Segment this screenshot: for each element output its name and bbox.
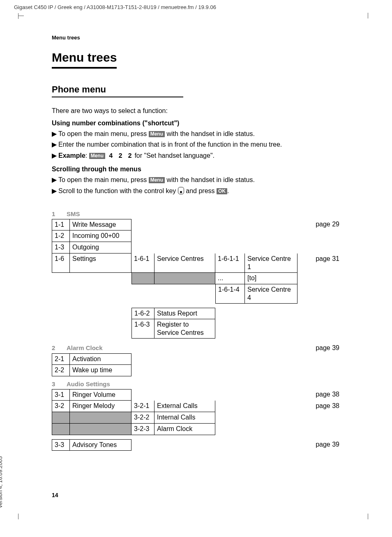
item-code: 1-2 [52,230,70,242]
item-code: 3-3 [52,439,70,451]
item-name: Activation [70,353,131,365]
tree-section-body: 1-6-2 Status Report 1-6-3 Register to Se… [52,308,339,339]
item-name: Wake up time [70,365,131,376]
item-name: Service Centre 1 [245,254,297,273]
version-sidebar: Version 4, 16.09.2005 [0,456,3,509]
item-code: 1-6-1-1 [215,254,245,273]
doc-header-line: Gigaset C450 IP / Greek eng / A31008-M17… [14,4,216,10]
tree-section-header: 3 Audio Settings [52,380,339,387]
bullet-list-scrolling: ▶ To open the main menu, press Menu with… [52,175,339,196]
bullet-text: for "Set handset language". [133,152,214,159]
bullet-text: with the handset in idle status. [165,130,255,137]
item-name: Outgoing [70,242,131,254]
bullet-text: To open the main menu, press [58,176,149,183]
triangle-icon: ▶ [52,130,58,138]
triangle-icon: ▶ [52,141,58,148]
item-name: Service Centres [154,254,215,273]
item-code: 1-1 [52,219,70,230]
page-ref: page 31 [312,254,339,273]
item-name: Register to Service Centres [154,319,215,339]
intro-text: There are two ways to select a function: [52,107,339,115]
triangle-icon: ▶ [52,152,58,159]
bullet-item: ▶ Enter the number combination that is i… [52,140,339,149]
tree-section-header: 1 SMS [52,210,339,217]
item-name: Internal Calls [154,412,215,424]
grey-cell [70,424,131,435]
shortcut-code: 4 2 2 [109,152,133,160]
item-name: Ringer Melody [70,401,131,412]
grey-cell [131,273,154,284]
grey-cell [70,412,131,424]
item-code: 2-1 [52,353,70,365]
item-code: 3-1 [52,389,70,401]
bullet-item: ▶ Scroll to the function with the contro… [52,187,339,196]
item-code: 3-2-2 [131,412,154,424]
page-number: 14 [52,492,58,498]
item-code: 1-6 [52,254,70,273]
crop-mark [362,16,368,21]
item-name: External Calls [154,401,215,412]
bullet-text: with the handset in idle status. [165,176,255,183]
menu-key-icon: Menu [149,177,165,183]
control-key-icon [178,187,184,194]
section-number: 2 [52,344,67,351]
item-name: [to] [245,273,297,284]
page-ref: page 39 [312,439,339,451]
item-code: 1-6-1 [131,254,154,273]
grey-cell [52,424,70,435]
item-code: 1-6-3 [131,319,154,339]
menu-key-icon: Menu [89,153,105,159]
bullet-text: and press [184,187,217,194]
item-name: Advisory Tones [70,439,131,451]
item-name: Write Message [70,219,131,230]
item-code: 3-2-1 [131,401,154,412]
item-name: Ringer Volume [70,389,131,401]
crop-mark [18,16,24,22]
triangle-icon: ▶ [52,176,58,184]
bullet-text: Scroll to the function with the control … [58,187,178,194]
item-code: 3-2-3 [131,424,154,435]
section-title: Audio Settings [67,380,339,387]
section-number: 1 [52,210,67,217]
menu-key-icon: Menu [149,131,165,137]
item-name: Settings [70,254,131,273]
ok-key-icon: OK [217,188,227,194]
bullet-text: . [227,187,229,194]
bullet-item: ▶ To open the main menu, press Menu with… [52,175,339,184]
section-title: SMS [67,210,339,217]
page-title: Menu trees [52,51,117,69]
bullet-text: To open the main menu, press [58,130,149,137]
section-title: Alarm Clock [67,344,316,351]
page-ref: page 39 [316,344,339,352]
bullet-item: ▶ To open the main menu, press Menu with… [52,129,339,138]
triangle-icon: ▶ [52,187,58,195]
grey-cell [52,412,70,424]
item-code: ... [215,273,245,284]
item-name: Service Centre 4 [245,284,297,304]
page-ref: page 38 [312,389,339,401]
running-head: Menu trees [52,35,339,41]
item-name: Incoming 00+00 [70,230,131,242]
crop-mark [18,516,24,522]
section-number: 3 [52,380,67,387]
tree-section-body: 3-1 Ringer Volume page 38 3-2 Ringer Mel… [52,389,339,435]
grey-cell [154,273,215,284]
bullet-text: Enter the number combination that is in … [58,140,339,149]
tree-section-body: 2-1 Activation 2-2 Wake up time [52,353,339,376]
item-name: Status Report [154,308,215,319]
example-label: Example [58,152,85,159]
subhead-scrolling: Scrolling through the menus [52,166,339,173]
item-code: 1-6-2 [131,308,154,319]
subhead-shortcut: Using number combinations ("shortcut") [52,120,339,127]
menu-tree: 1 SMS 1-1 Write Message page 29 1-2 Inco… [52,210,339,451]
tree-section-body: 3-3 Advisory Tones page 39 [52,439,339,451]
bullet-item: ▶ Example: Menu 4 2 2 for "Set handset l… [52,151,339,161]
item-code: 1-6-1-4 [215,284,245,304]
section-subtitle: Phone menu [52,84,183,97]
page-ref: page 38 [312,401,339,412]
bullet-list-shortcut: ▶ To open the main menu, press Menu with… [52,129,339,161]
item-name: Alarm Clock [154,424,215,435]
crop-mark [362,516,368,522]
tree-section-body: 1-1 Write Message page 29 1-2 Incoming 0… [52,219,339,304]
item-code: 3-2 [52,401,70,412]
